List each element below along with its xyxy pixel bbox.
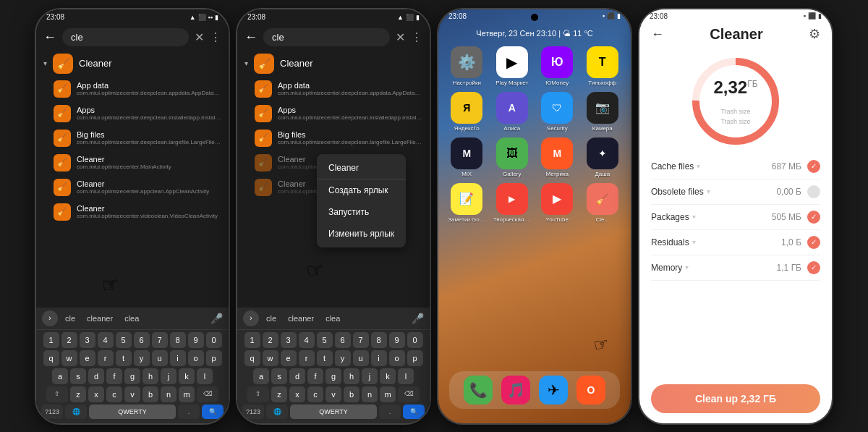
key-b[interactable]: b bbox=[142, 386, 158, 402]
key2-l[interactable]: l bbox=[398, 368, 414, 384]
key-x[interactable]: x bbox=[88, 386, 104, 402]
key2-o[interactable]: o bbox=[389, 350, 405, 366]
key2-k[interactable]: k bbox=[380, 368, 396, 384]
key-6[interactable]: 6 bbox=[134, 332, 150, 348]
group-arrow-1[interactable]: ▾ bbox=[43, 59, 47, 67]
key2-3[interactable]: 3 bbox=[281, 332, 297, 348]
home-app-security[interactable]: 🛡 Security bbox=[536, 92, 579, 132]
key2-r[interactable]: r bbox=[299, 350, 315, 366]
search-input-1[interactable]: cle bbox=[62, 28, 189, 46]
key2-4[interactable]: 4 bbox=[299, 332, 315, 348]
key-sym-1[interactable]: ?123 bbox=[41, 405, 63, 419]
menu-button-2[interactable]: ⋮ bbox=[411, 30, 422, 44]
home-app-keep[interactable]: 📝 Заметки Google Keep bbox=[446, 183, 488, 223]
key2-t[interactable]: t bbox=[317, 350, 333, 366]
key-j[interactable]: j bbox=[161, 368, 176, 384]
key-1[interactable]: 1 bbox=[43, 332, 59, 348]
app-item-2-0[interactable]: 🧹 App data com.miui.optimizecenter.deepc… bbox=[237, 77, 430, 101]
key2-q[interactable]: q bbox=[244, 350, 260, 366]
key-e[interactable]: e bbox=[80, 350, 95, 366]
suggestion-arrow-2[interactable]: › bbox=[243, 310, 259, 326]
key2-0[interactable]: 0 bbox=[407, 332, 423, 348]
context-item-edit-shortcut[interactable]: Изменить ярлык bbox=[317, 223, 406, 245]
suggestion-cleaner-2[interactable]: cleaner bbox=[284, 313, 318, 324]
cleaner-item-cache[interactable]: Cache files ▾ 687 МБ ✓ bbox=[651, 154, 820, 179]
key2-n[interactable]: n bbox=[362, 386, 378, 402]
key-w[interactable]: w bbox=[61, 350, 77, 366]
key-5[interactable]: 5 bbox=[116, 332, 132, 348]
key-q[interactable]: q bbox=[43, 350, 59, 366]
key-z[interactable]: z bbox=[70, 386, 86, 402]
key-g[interactable]: g bbox=[124, 368, 140, 384]
clear-button-2[interactable]: ✕ bbox=[396, 30, 405, 44]
key-globe-1[interactable]: 🌐 bbox=[65, 405, 87, 419]
key-4[interactable]: 4 bbox=[98, 332, 114, 348]
key2-7[interactable]: 7 bbox=[353, 332, 369, 348]
key2-space[interactable]: QWERTY bbox=[290, 405, 377, 419]
cleaner-item-obsolete[interactable]: Obsolete files ▾ 0,00 Б ✓ bbox=[651, 179, 820, 205]
context-item-create-shortcut[interactable]: Создать ярлык bbox=[317, 179, 406, 201]
clear-button-1[interactable]: ✕ bbox=[195, 30, 204, 44]
key2-e[interactable]: e bbox=[281, 350, 297, 366]
key-t[interactable]: t bbox=[116, 350, 132, 366]
home-app-tinkoff[interactable]: T Тинькофф bbox=[582, 46, 624, 86]
app-item-1-5[interactable]: 🧹 Cleaner com.miui.optimizecenter.videoc… bbox=[36, 200, 229, 224]
key2-u[interactable]: u bbox=[353, 350, 369, 366]
cleaner-back-button[interactable]: ← bbox=[651, 27, 664, 42]
home-app-yt-studio[interactable]: ▶ Творческая студия YouTube bbox=[491, 183, 534, 223]
key-m[interactable]: m bbox=[179, 386, 195, 402]
key-dot-1[interactable]: . bbox=[178, 405, 200, 419]
app-item-2-2[interactable]: 🧹 Big files com.miui.optimizecenter.deep… bbox=[237, 126, 430, 151]
key2-m[interactable]: m bbox=[380, 386, 396, 402]
suggestion-cle-1[interactable]: cle bbox=[61, 313, 80, 324]
key2-y[interactable]: y bbox=[335, 350, 351, 366]
key-l[interactable]: l bbox=[197, 368, 213, 384]
cleaner-gear-icon[interactable]: ⚙ bbox=[809, 26, 820, 42]
app-item-1-3[interactable]: 🧹 Cleaner com.miui.optimizecenter.MainAc… bbox=[36, 151, 229, 175]
key2-v[interactable]: v bbox=[326, 386, 341, 402]
key-a[interactable]: a bbox=[52, 368, 68, 384]
cleaner-item-memory[interactable]: Memory ▾ 1,1 ГБ ✓ bbox=[651, 255, 820, 281]
key-s[interactable]: s bbox=[70, 368, 86, 384]
key-i[interactable]: i bbox=[170, 350, 186, 366]
key2-enter[interactable]: 🔍 bbox=[403, 405, 425, 419]
key2-p[interactable]: p bbox=[407, 350, 423, 366]
app-item-1-4[interactable]: 🧹 Cleaner com.miui.optimizecenter.appcle… bbox=[36, 175, 229, 200]
cleaner-item-packages[interactable]: Packages ▾ 505 МБ ✓ bbox=[651, 205, 820, 230]
key-enter-1[interactable]: 🔍 bbox=[202, 405, 224, 419]
dock-phone[interactable]: 📞 bbox=[464, 376, 493, 405]
key2-g[interactable]: g bbox=[326, 368, 341, 384]
check-packages[interactable]: ✓ bbox=[807, 211, 820, 224]
key2-x[interactable]: x bbox=[289, 386, 305, 402]
key2-del[interactable]: ⌫ bbox=[398, 386, 420, 402]
key2-h[interactable]: h bbox=[344, 368, 359, 384]
check-obsolete[interactable]: ✓ bbox=[807, 185, 820, 198]
mic-icon-1[interactable]: 🎤 bbox=[210, 313, 223, 324]
app-item-2-1[interactable]: 🧹 Apps com.miui.optimizecenter.deepclean… bbox=[237, 101, 430, 126]
key2-globe[interactable]: 🌐 bbox=[266, 405, 288, 419]
dock-opera[interactable]: O bbox=[576, 376, 605, 405]
home-app-settings[interactable]: ⚙️ Настройки bbox=[446, 46, 488, 86]
key2-s[interactable]: s bbox=[271, 368, 287, 384]
suggestion-cleaner-1[interactable]: cleaner bbox=[82, 313, 117, 324]
key-d[interactable]: d bbox=[88, 368, 104, 384]
key2-2[interactable]: 2 bbox=[263, 332, 278, 348]
context-item-launch[interactable]: Запустить bbox=[317, 201, 406, 223]
home-app-dasha[interactable]: ✦ Даша bbox=[582, 137, 624, 177]
search-input-2[interactable]: cle bbox=[263, 28, 390, 46]
home-app-youtube[interactable]: ▶ YouTube bbox=[536, 183, 579, 223]
suggestion-clea-2[interactable]: clea bbox=[321, 313, 344, 324]
check-residuals[interactable]: ✓ bbox=[807, 236, 820, 249]
home-app-metrika[interactable]: М Метрика bbox=[536, 137, 579, 177]
cleaner-item-residuals[interactable]: Residuals ▾ 1,0 Б ✓ bbox=[651, 230, 820, 255]
key-space-1[interactable]: QWERTY bbox=[89, 405, 176, 419]
key-f[interactable]: f bbox=[106, 368, 122, 384]
dock-telegram[interactable]: ✈ bbox=[539, 376, 568, 405]
key2-j[interactable]: j bbox=[362, 368, 378, 384]
check-cache[interactable]: ✓ bbox=[807, 160, 820, 173]
key-p[interactable]: p bbox=[206, 350, 222, 366]
home-app-yumoney[interactable]: Ю ЮMoney bbox=[536, 46, 579, 86]
key2-c[interactable]: c bbox=[307, 386, 323, 402]
key2-8[interactable]: 8 bbox=[371, 332, 387, 348]
app-item-1-2[interactable]: 🧹 Big files com.miui.optimizecenter.deep… bbox=[36, 126, 229, 151]
